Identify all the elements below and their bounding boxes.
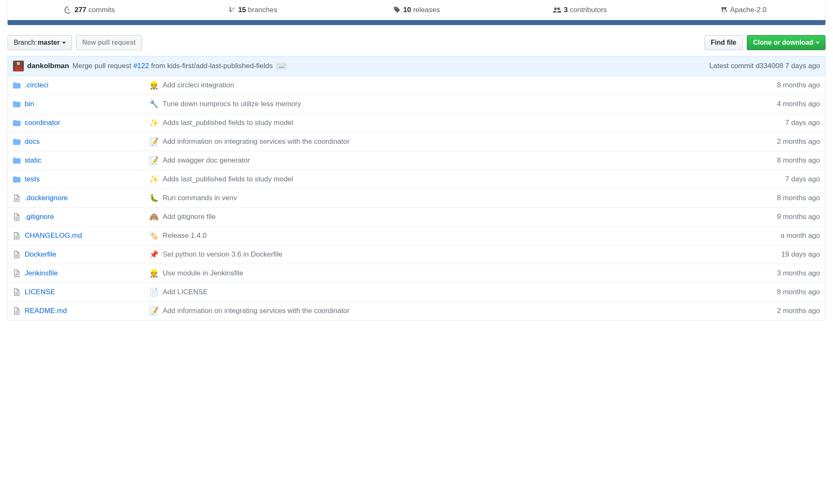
releases-count: 10 — [403, 6, 411, 14]
folder-icon — [13, 138, 20, 145]
file-name-cell: Jenkinsfile — [13, 269, 149, 277]
file-icon — [13, 213, 20, 221]
commit-message-cell[interactable]: 🙈Add gitignore file — [149, 212, 772, 221]
contributors-label: contributors — [570, 6, 607, 14]
branch-prefix: Branch: — [14, 39, 37, 46]
commit-time: 9 months ago — [772, 213, 820, 221]
commit-time: 8 months ago — [772, 156, 820, 165]
language-bar[interactable] — [8, 20, 825, 25]
file-icon — [13, 232, 20, 239]
avatar[interactable] — [13, 61, 24, 71]
folder-icon — [13, 157, 20, 164]
history-icon — [64, 6, 72, 14]
file-link[interactable]: .circleci — [25, 81, 49, 89]
commit-time: 4 months ago — [772, 100, 820, 108]
file-link[interactable]: README.md — [25, 307, 67, 315]
commit-message-cell[interactable]: ✨Adds last_published fields to study mod… — [149, 175, 780, 184]
file-link[interactable]: docs — [25, 137, 40, 146]
caret-down-icon — [816, 42, 819, 44]
commit-emoji-icon: ✨ — [149, 175, 158, 184]
commit-message-cell[interactable]: 📄Add LICENSE — [149, 288, 772, 297]
commit-message-text: Set python to version 3.6 in Dockerfile — [163, 250, 282, 259]
commit-message-text: Release 1.4.0 — [163, 232, 207, 240]
file-icon — [13, 270, 20, 277]
releases-stat[interactable]: 10 releases — [335, 0, 498, 20]
commit-author[interactable]: dankolbman — [27, 62, 69, 70]
folder-icon — [13, 176, 20, 183]
file-link[interactable]: LICENSE — [25, 288, 55, 296]
commit-time: 7 days ago — [780, 175, 820, 183]
license-stat[interactable]: Apache-2.0 — [662, 0, 825, 20]
branch-select-button[interactable]: Branch: master — [8, 35, 72, 50]
file-link[interactable]: .gitignore — [25, 213, 54, 221]
commit-emoji-icon: 🐛 — [149, 193, 158, 203]
file-row: .gitignore🙈Add gitignore file9 months ag… — [8, 207, 825, 226]
commit-message-text: Add information on integrating services … — [163, 137, 350, 146]
commit-message-cell[interactable]: 🔧Tune down numprocs to utilize less memo… — [149, 99, 772, 109]
commit-message-text: Add gitignore file — [163, 213, 216, 221]
file-row: README.md📝Add information on integrating… — [8, 301, 825, 320]
commit-message-cell[interactable]: 📝Add swagger doc generator — [149, 156, 772, 165]
pr-link[interactable]: #122 — [133, 62, 149, 70]
commit-sha[interactable]: d334008 — [756, 62, 783, 70]
file-nav-actions: Branch: master New pull request Find fil… — [8, 35, 825, 50]
commit-message-text: Add swagger doc generator — [163, 156, 250, 165]
commit-message-text: Run commands in venv — [163, 194, 237, 202]
commit-message[interactable]: Merge pull request #122 from kids-first/… — [72, 62, 273, 70]
file-icon — [13, 194, 20, 202]
file-name-cell: .dockerignore — [13, 194, 149, 202]
file-row: Dockerfile📌Set python to version 3.6 in … — [8, 245, 825, 264]
commit-message-cell[interactable]: 📝Add information on integrating services… — [149, 306, 772, 316]
new-pull-request-button[interactable]: New pull request — [76, 35, 142, 50]
file-link[interactable]: tests — [25, 175, 40, 183]
commit-time: 19 days ago — [776, 250, 820, 259]
file-link[interactable]: .dockerignore — [25, 194, 68, 202]
commit-message-text: Add LICENSE — [163, 288, 208, 296]
folder-icon — [13, 81, 20, 89]
commits-stat[interactable]: 277 commits — [8, 0, 171, 20]
folder-icon — [13, 119, 20, 127]
commit-message-text: Adds last_published fields to study mode… — [163, 119, 293, 127]
file-name-cell: LICENSE — [13, 288, 149, 296]
file-row: docs📝Add information on integrating serv… — [8, 132, 825, 151]
commit-message-cell[interactable]: ✨Adds last_published fields to study mod… — [149, 118, 780, 127]
file-link[interactable]: bin — [25, 100, 34, 108]
file-link[interactable]: CHANGELOG.md — [25, 232, 82, 240]
commit-message-cell[interactable]: 👷Add circleci integration — [149, 81, 772, 90]
file-icon — [13, 251, 20, 258]
file-row: .dockerignore🐛Run commands in venv8 mont… — [8, 188, 825, 207]
clone-download-button[interactable]: Clone or download — [747, 35, 825, 50]
commit-message-cell[interactable]: 🏷️Release 1.4.0 — [149, 231, 775, 240]
find-file-button[interactable]: Find file — [705, 35, 743, 50]
file-link[interactable]: coordinator — [25, 119, 60, 127]
commit-expand-button[interactable]: … — [276, 63, 287, 69]
file-list: .circleci👷Add circleci integration8 mont… — [8, 76, 825, 321]
file-row: static📝Add swagger doc generator8 months… — [8, 151, 825, 170]
branches-stat[interactable]: 15 branches — [171, 0, 335, 20]
commit-emoji-icon: 📌 — [149, 250, 158, 259]
file-name-cell: README.md — [13, 307, 149, 315]
file-link[interactable]: static — [25, 156, 41, 165]
commit-message-cell[interactable]: 🐛Run commands in venv — [149, 193, 772, 203]
file-icon — [13, 288, 20, 296]
file-link[interactable]: Dockerfile — [25, 250, 56, 259]
commit-message-text: Adds last_published fields to study mode… — [163, 175, 293, 183]
contributors-stat[interactable]: 3 contributors — [498, 0, 662, 20]
commit-message-cell[interactable]: 👷Use module in Jenkinsfile — [149, 269, 772, 278]
commit-emoji-icon: 🏷️ — [149, 231, 158, 240]
commit-emoji-icon: 📝 — [149, 137, 158, 146]
file-link[interactable]: Jenkinsfile — [25, 269, 58, 277]
file-row: CHANGELOG.md🏷️Release 1.4.0a month ago — [8, 226, 825, 245]
commit-message-cell[interactable]: 📝Add information on integrating services… — [149, 137, 772, 146]
commit-meta: Latest commit d334008 7 days ago — [709, 62, 820, 70]
commit-time: 2 months ago — [772, 137, 820, 146]
branches-count: 15 — [238, 6, 246, 14]
file-name-cell: tests — [13, 175, 149, 183]
commit-message-text: Use module in Jenkinsfile — [163, 269, 243, 277]
file-name-cell: static — [13, 156, 149, 165]
file-row: bin🔧Tune down numprocs to utilize less m… — [8, 94, 825, 113]
file-name-cell: coordinator — [13, 119, 149, 127]
commit-message-cell[interactable]: 📌Set python to version 3.6 in Dockerfile — [149, 250, 776, 259]
caret-down-icon — [62, 42, 66, 44]
commit-emoji-icon: 📝 — [149, 306, 158, 316]
